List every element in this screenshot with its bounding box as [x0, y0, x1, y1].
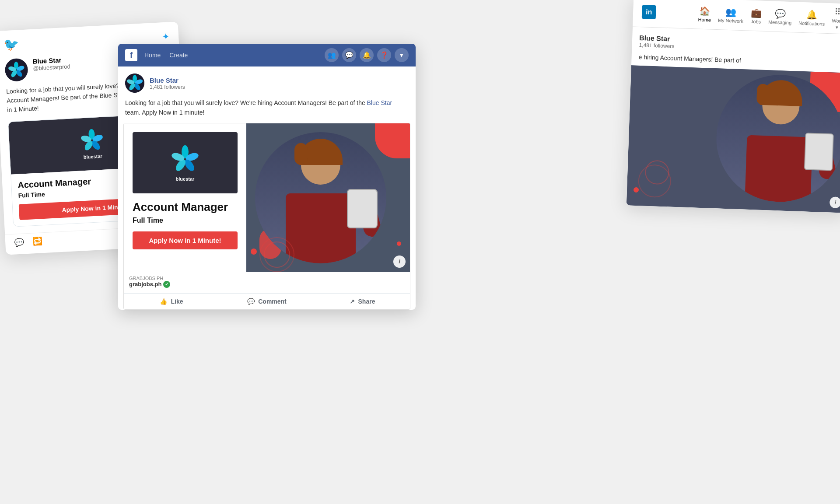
- fb-job-type: Full Time: [133, 217, 238, 224]
- share-icon: ↗: [350, 298, 355, 305]
- fb-like-button[interactable]: 👍 Like: [124, 294, 219, 309]
- fb-comment-button[interactable]: 💬 Comment: [219, 294, 315, 309]
- li-ad-image: i: [626, 65, 840, 213]
- fb-company-info: Blue Star 1,481 followers: [150, 77, 185, 90]
- facebook-card: f Home Create 👥 💬 🔔 ❓ ▾: [118, 44, 416, 310]
- twitter-icon: 🐦: [4, 37, 20, 52]
- fb-info-icon[interactable]: i: [393, 256, 406, 268]
- fb-company-name: Blue Star: [150, 77, 185, 84]
- fb-share-button[interactable]: ↗ Share: [315, 294, 410, 309]
- facebook-actions: 👍 Like 💬 Comment ↗ Share: [124, 293, 410, 309]
- fb-nav-home[interactable]: Home: [144, 52, 161, 59]
- fb-source: GRABJOBS.PH grabjobs.ph ✓: [124, 272, 410, 290]
- li-work-label: Work: [832, 18, 840, 24]
- fb-arrow-icon[interactable]: ▾: [395, 48, 409, 62]
- red-dot-2: [397, 242, 401, 246]
- fb-logo-label: bluestar: [176, 176, 195, 182]
- like-label: Like: [171, 298, 183, 305]
- share-label: Share: [358, 298, 375, 305]
- grid-icon: ⠿: [834, 7, 840, 18]
- circle-deco-2: [259, 237, 294, 272]
- fb-post-text: Looking for a job that you will surely l…: [118, 96, 416, 123]
- li-nav-home[interactable]: 🏠 Home: [698, 5, 712, 22]
- fb-blue-link[interactable]: Blue Star: [367, 99, 392, 106]
- fb-friends-icon[interactable]: 👥: [325, 48, 339, 62]
- fb-ad-logo-box: bluestar: [133, 132, 238, 193]
- red-dot-1: [251, 248, 257, 255]
- facebook-logo: f: [125, 49, 137, 61]
- comment-icon: 💬: [247, 298, 255, 305]
- li-home-label: Home: [698, 17, 711, 22]
- li-jobs-label: Jobs: [751, 18, 761, 24]
- li-nav-messaging[interactable]: 💬 Messaging: [768, 8, 792, 25]
- li-notifications-label: Notifications: [798, 20, 825, 26]
- like-icon: 👍: [160, 298, 167, 305]
- li-nav-work[interactable]: ⠿ Work ▾: [832, 7, 840, 30]
- linkedin-card: in 🏠 Home 👥 My Network 💼 Jobs 💬 Messagin…: [626, 0, 840, 213]
- bluestar-logo: bluestar: [76, 128, 108, 160]
- logo-label: bluestar: [84, 154, 102, 160]
- fb-bell-icon[interactable]: 🔔: [360, 48, 374, 62]
- home-icon: 🏠: [699, 5, 710, 16]
- fb-ad-left: bluestar Account Manager Full Time Apply…: [124, 123, 246, 272]
- li-messaging-label: Messaging: [768, 19, 792, 25]
- fb-ad-right: i: [246, 123, 410, 272]
- facebook-navbar: f Home Create 👥 💬 🔔 ❓ ▾: [118, 44, 416, 66]
- verified-badge: ✓: [163, 281, 170, 288]
- fb-bluestar-logo: bluestar: [165, 144, 205, 182]
- fb-source-label: GRABJOBS.PH: [129, 276, 405, 281]
- linkedin-logo: in: [642, 5, 656, 19]
- fb-job-title: Account Manager: [133, 200, 238, 214]
- network-icon: 👥: [725, 6, 737, 17]
- fb-help-icon[interactable]: ❓: [377, 48, 391, 62]
- li-nav-network[interactable]: 👥 My Network: [718, 6, 744, 24]
- li-nav-jobs[interactable]: 💼 Jobs: [750, 7, 762, 24]
- facebook-nav-icons: 👥 💬 🔔 ❓ ▾: [325, 48, 409, 62]
- fb-source-url: grabjobs.ph ✓: [129, 281, 405, 288]
- facebook-post-header: Blue Star 1,481 followers: [118, 66, 416, 96]
- svg-point-0: [4, 58, 28, 82]
- bell-icon: 🔔: [806, 9, 818, 20]
- linkedin-nav-items: 🏠 Home 👥 My Network 💼 Jobs 💬 Messaging 🔔…: [698, 2, 840, 31]
- comment-label: Comment: [258, 298, 287, 305]
- comment-icon[interactable]: 💬: [14, 237, 24, 247]
- fb-messenger-icon[interactable]: 💬: [342, 48, 356, 62]
- li-info-icon[interactable]: i: [830, 196, 840, 208]
- fb-ad-container: bluestar Account Manager Full Time Apply…: [123, 123, 410, 310]
- jobs-icon: 💼: [750, 7, 762, 18]
- li-nav-notifications[interactable]: 🔔 Notifications: [798, 9, 825, 26]
- retweet-icon[interactable]: 🔁: [32, 236, 42, 246]
- facebook-nav-items: Home Create: [144, 52, 318, 59]
- messaging-icon: 💬: [774, 8, 786, 19]
- fb-nav-create[interactable]: Create: [169, 52, 188, 59]
- fb-company-avatar: [125, 74, 144, 93]
- sparkle-icon: ✦: [162, 31, 170, 42]
- fb-followers: 1,481 followers: [150, 84, 185, 90]
- fb-apply-button[interactable]: Apply Now in 1 Minute!: [133, 231, 238, 249]
- fb-ad-inner: bluestar Account Manager Full Time Apply…: [124, 123, 410, 272]
- li-network-label: My Network: [718, 18, 743, 24]
- avatar: [4, 58, 28, 82]
- li-woman-circle: [714, 73, 840, 204]
